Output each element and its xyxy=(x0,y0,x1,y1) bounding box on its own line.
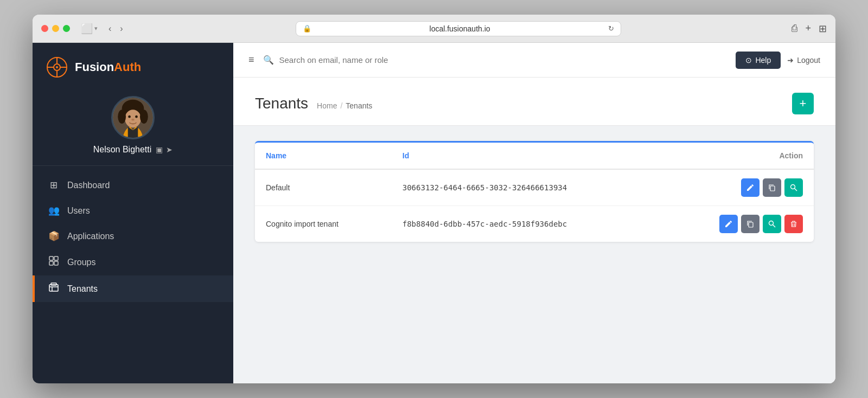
svg-point-14 xyxy=(131,119,135,121)
page-title: Tenants xyxy=(255,95,308,112)
close-button[interactable] xyxy=(41,25,48,32)
user-name: Nelson Bighetti xyxy=(93,145,152,155)
breadcrumb: Home / Tenants xyxy=(317,101,372,110)
browser-chrome: ⬜▾ ‹ › 🔒 local.fusionauth.io ↻ ⎙ + ⊞ xyxy=(33,15,835,43)
delete-button[interactable] xyxy=(784,215,803,233)
avatar xyxy=(111,96,155,139)
copy-button[interactable] xyxy=(741,215,760,233)
table-row: Default30663132-6464-6665-3032-326466613… xyxy=(255,169,814,206)
applications-icon: 📦 xyxy=(48,230,60,242)
user-info: Nelson Bighetti ▣ ➤ xyxy=(93,145,173,155)
sidebar-item-label: Applications xyxy=(67,232,114,241)
svg-point-24 xyxy=(791,185,795,189)
share-button[interactable]: ⎙ xyxy=(792,23,797,34)
sidebar-item-label: Users xyxy=(67,206,90,216)
svg-point-11 xyxy=(140,110,148,124)
tenants-table-card: Name Id Action Default30663132-6464-6665… xyxy=(255,141,814,242)
tenants-svg-icon xyxy=(49,283,59,292)
sidebar-item-tenants[interactable]: Tenants xyxy=(33,275,233,302)
back-button[interactable]: ‹ xyxy=(106,23,113,35)
traffic-lights xyxy=(41,25,70,32)
brand-logo xyxy=(46,56,68,79)
svg-point-10 xyxy=(118,110,126,124)
tenants-table: Name Id Action Default30663132-6464-6665… xyxy=(255,143,814,242)
user-action-icons[interactable]: ▣ ➤ xyxy=(156,145,173,154)
edit-button[interactable] xyxy=(741,178,760,197)
search-input[interactable] xyxy=(279,55,727,65)
app-layout: FusionAuth xyxy=(33,43,835,383)
sidebar-item-label: Groups xyxy=(67,258,95,267)
user-location-icon[interactable]: ➤ xyxy=(166,145,173,154)
add-tenant-button[interactable]: + xyxy=(792,93,814,114)
refresh-button[interactable]: ↻ xyxy=(608,24,614,33)
address-bar[interactable]: 🔒 local.fusionauth.io ↻ xyxy=(296,21,621,36)
svg-rect-16 xyxy=(54,256,58,260)
svg-line-28 xyxy=(773,225,776,228)
help-button[interactable]: ⊙ Help xyxy=(736,52,781,69)
apps-button[interactable]: ⊞ xyxy=(819,23,827,35)
sidebar-item-label: Dashboard xyxy=(67,181,110,190)
page-header: Tenants Home / Tenants + xyxy=(233,78,835,126)
sidebar-item-label: Tenants xyxy=(67,284,98,294)
page-title-area: Tenants Home / Tenants xyxy=(255,95,372,112)
sidebar-item-groups[interactable]: Groups xyxy=(33,249,233,275)
main-content: ≡ 🔍 ⊙ Help ➜ Logout xyxy=(233,43,835,383)
search-button[interactable] xyxy=(784,178,803,197)
logout-button[interactable]: ➜ Logout xyxy=(787,56,820,65)
col-header-id: Id xyxy=(392,143,661,169)
avatar-image xyxy=(113,96,153,139)
new-tab-button[interactable]: + xyxy=(805,23,811,34)
tenant-id-cell: f8b8840d-6dbb-457c-aedc-5918f936debc xyxy=(392,206,661,242)
edit-button[interactable] xyxy=(719,215,738,233)
breadcrumb-separator: / xyxy=(340,101,342,110)
maximize-button[interactable] xyxy=(63,25,70,32)
topbar-actions: ⊙ Help ➜ Logout xyxy=(736,52,820,69)
svg-rect-23 xyxy=(770,186,775,191)
svg-rect-22 xyxy=(51,283,56,285)
lock-icon: 🔒 xyxy=(303,24,311,33)
table-header: Name Id Action xyxy=(255,143,814,169)
svg-point-2 xyxy=(56,66,58,68)
menu-icon[interactable]: ≡ xyxy=(248,54,254,66)
svg-rect-18 xyxy=(54,261,58,265)
sidebar-item-applications[interactable]: 📦 Applications xyxy=(33,223,233,249)
user-card-icon[interactable]: ▣ xyxy=(156,145,163,154)
tenant-action-cell xyxy=(661,169,814,206)
forward-button[interactable]: › xyxy=(118,23,125,35)
copy-button[interactable] xyxy=(763,178,781,197)
users-icon: 👥 xyxy=(48,205,60,216)
svg-rect-26 xyxy=(749,222,753,227)
tenants-icon xyxy=(48,283,60,295)
dashboard-icon: ⊞ xyxy=(48,179,60,191)
breadcrumb-home[interactable]: Home xyxy=(317,101,337,110)
search-icon: 🔍 xyxy=(263,55,274,65)
content-area: Name Id Action Default30663132-6464-6665… xyxy=(233,126,835,383)
sidebar-toggle[interactable]: ⬜▾ xyxy=(81,23,98,35)
help-icon: ⊙ xyxy=(745,56,752,65)
sidebar-nav: ⊞ Dashboard 👥 Users 📦 Applications xyxy=(33,166,233,383)
svg-point-27 xyxy=(769,221,774,226)
url-text: local.fusionauth.io xyxy=(315,24,605,33)
fusionauth-logo-svg xyxy=(46,56,68,78)
sidebar-item-users[interactable]: 👥 Users xyxy=(33,198,233,223)
svg-rect-19 xyxy=(49,285,58,291)
tenant-name-cell: Cognito import tenant xyxy=(255,206,392,242)
table-row: Cognito import tenantf8b8840d-6dbb-457c-… xyxy=(255,206,814,242)
sidebar-item-dashboard[interactable]: ⊞ Dashboard xyxy=(33,172,233,198)
browser-nav-arrows: ‹ › xyxy=(106,23,125,35)
tenant-id-cell: 30663132-6464-6665-3032-326466613934 xyxy=(392,169,661,206)
user-section: Nelson Bighetti ▣ ➤ xyxy=(33,87,233,166)
logout-label: Logout xyxy=(797,56,820,65)
groups-icon xyxy=(48,256,60,268)
svg-line-25 xyxy=(795,189,797,191)
search-button[interactable] xyxy=(763,215,781,233)
svg-point-12 xyxy=(128,115,131,118)
table-body: Default30663132-6464-6665-3032-326466613… xyxy=(255,169,814,242)
tenant-action-cell xyxy=(661,206,814,242)
col-header-name: Name xyxy=(255,143,392,169)
breadcrumb-current: Tenants xyxy=(346,101,372,110)
minimize-button[interactable] xyxy=(52,25,59,32)
brand-name: FusionAuth xyxy=(75,60,141,74)
svg-point-13 xyxy=(135,115,138,118)
tenant-name-cell: Default xyxy=(255,169,392,206)
